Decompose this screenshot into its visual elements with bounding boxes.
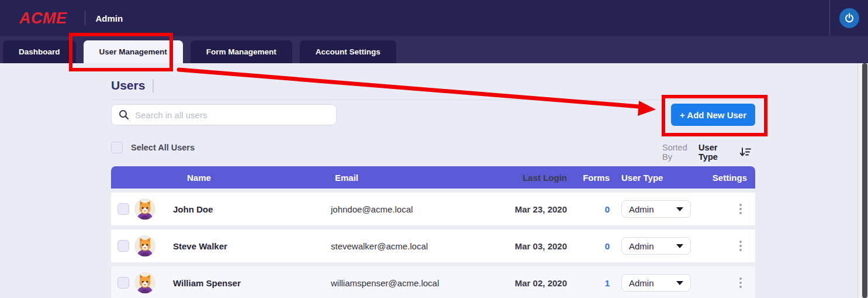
topbar-right-section xyxy=(829,0,868,36)
select-all-checkbox[interactable] xyxy=(111,142,123,153)
forms-count-link[interactable]: 0 xyxy=(605,241,610,251)
user-name: John Doe xyxy=(167,193,324,225)
user-name: William Spenser xyxy=(167,266,324,298)
tab-form-management[interactable]: Form Management xyxy=(191,40,292,63)
column-header-last-login: Last Login xyxy=(509,166,567,189)
sorted-by-value: User Type xyxy=(698,143,735,162)
table-row: Steve Walker stevewalker@acme.local Mar … xyxy=(111,230,755,262)
chevron-down-icon xyxy=(676,281,683,285)
user-last-login: Mar 03, 2020 xyxy=(509,230,567,262)
admin-page: ACME Admin Dashboard User Management For… xyxy=(0,0,868,298)
chevron-down-icon xyxy=(676,244,683,248)
row-checkbox[interactable] xyxy=(117,240,129,252)
user-email: johndoe@acme.local xyxy=(324,193,509,225)
forms-count-link[interactable]: 1 xyxy=(605,278,610,288)
topbar-divider xyxy=(85,11,85,25)
content-area: Users + Add New User Select All Users So… xyxy=(0,63,868,298)
table-header: Name Email Last Login Forms User Type Se… xyxy=(111,166,755,189)
horizontal-rule xyxy=(111,100,766,100)
avatar xyxy=(134,235,155,256)
user-type-select[interactable]: Admin xyxy=(621,200,691,218)
tab-dashboard[interactable]: Dashboard xyxy=(3,40,76,63)
column-header-email: Email xyxy=(324,166,509,189)
user-last-login: Mar 02, 2020 xyxy=(509,266,567,298)
sort-descending-icon xyxy=(739,147,751,157)
column-header-user-type: User Type xyxy=(610,166,691,189)
user-last-login: Mar 23, 2020 xyxy=(509,193,567,225)
row-settings-kebab-menu[interactable] xyxy=(737,275,744,290)
row-settings-kebab-menu[interactable] xyxy=(737,238,744,254)
user-type-select[interactable]: Admin xyxy=(621,237,691,255)
user-search-box xyxy=(111,104,337,125)
table-row: William Spenser williamspenser@acme.loca… xyxy=(111,266,755,298)
scrollbar-thumb[interactable] xyxy=(862,63,867,298)
power-icon xyxy=(843,12,855,24)
logout-power-button[interactable] xyxy=(839,8,859,28)
sorted-by-label: Sorted By xyxy=(662,143,696,162)
table-row: John Doe johndoe@acme.local Mar 23, 2020… xyxy=(111,193,755,225)
avatar xyxy=(134,272,155,293)
scrollbar-track xyxy=(857,63,868,298)
main-tab-bar: Dashboard User Management Form Managemen… xyxy=(0,36,868,63)
user-email: stevewalker@acme.local xyxy=(324,230,509,262)
user-type-select[interactable]: Admin xyxy=(621,274,691,292)
chevron-down-icon xyxy=(676,207,683,211)
user-name: Steve Walker xyxy=(167,230,324,262)
row-settings-kebab-menu[interactable] xyxy=(737,201,744,217)
search-icon xyxy=(119,109,129,120)
sorted-by-control[interactable]: Sorted By User Type xyxy=(662,143,751,162)
page-title: Users xyxy=(111,78,145,93)
top-bar: ACME Admin xyxy=(0,0,868,36)
tab-account-settings[interactable]: Account Settings xyxy=(300,40,396,63)
search-input[interactable] xyxy=(135,105,336,125)
row-checkbox[interactable] xyxy=(117,203,129,215)
column-header-name: Name xyxy=(167,166,324,189)
add-new-user-button[interactable]: + Add New User xyxy=(671,104,755,126)
acme-logo: ACME xyxy=(19,9,67,28)
tab-user-management[interactable]: User Management xyxy=(84,40,183,63)
forms-count-link[interactable]: 0 xyxy=(605,204,610,214)
column-header-forms: Forms xyxy=(567,166,610,189)
app-title: Admin xyxy=(96,13,123,23)
user-email: williamspenser@acme.local xyxy=(324,266,509,298)
column-header-settings: Settings xyxy=(691,166,755,189)
row-checkbox[interactable] xyxy=(117,277,129,289)
select-all-label: Select All Users xyxy=(131,143,195,152)
title-divider xyxy=(153,79,154,93)
avatar xyxy=(134,198,155,220)
